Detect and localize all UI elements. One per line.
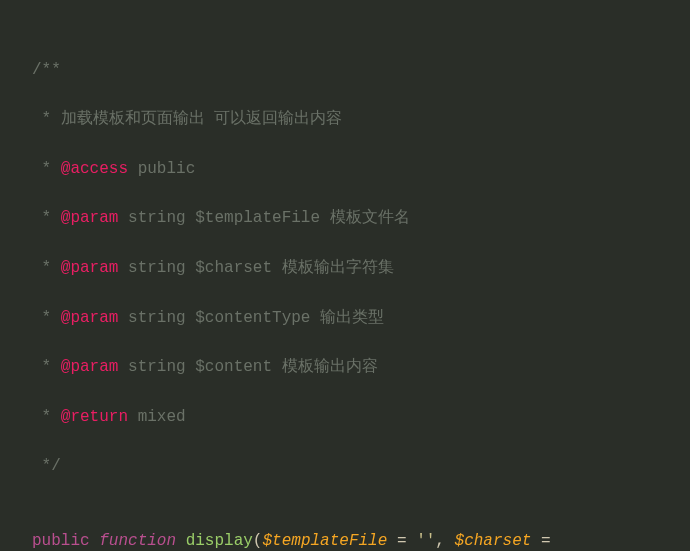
code-editor[interactable]: /** * 加载模板和页面输出 可以返回输出内容 * @access publi…: [0, 0, 690, 551]
docblock-line: */: [8, 454, 690, 479]
docblock-line: * 加载模板和页面输出 可以返回输出内容: [8, 107, 690, 132]
docblock-line: * @param string $templateFile 模板文件名: [8, 206, 690, 231]
docblock-line: * @param string $contentType 输出类型: [8, 306, 690, 331]
docblock-line: * @access public: [8, 157, 690, 182]
docblock-line: /**: [8, 58, 690, 83]
docblock-line: * @return mixed: [8, 405, 690, 430]
docblock-line: * @param string $content 模板输出内容: [8, 355, 690, 380]
docblock-line: * @param string $charset 模板输出字符集: [8, 256, 690, 281]
function-signature-display: public function display($templateFile = …: [8, 529, 690, 551]
